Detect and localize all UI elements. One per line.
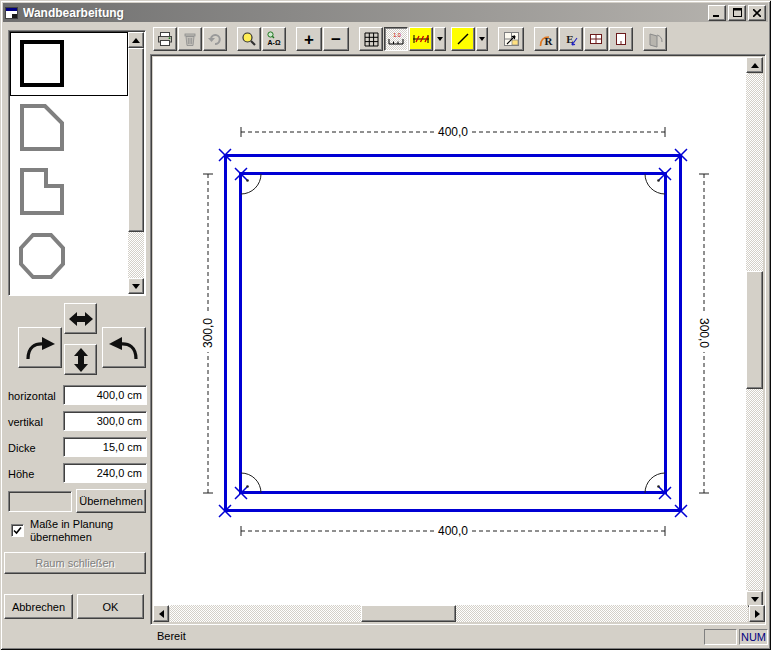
svg-text:R: R — [544, 35, 553, 47]
grid-button[interactable] — [359, 27, 383, 51]
dimension-left-label: 300,0 — [201, 314, 215, 352]
scroll-down-button[interactable] — [128, 278, 144, 294]
chevron-down-icon — [479, 37, 485, 41]
minimize-icon — [713, 9, 721, 17]
window-element-button[interactable] — [584, 27, 608, 51]
apply-dimensions-checkbox[interactable] — [11, 524, 24, 537]
dimension-display-button[interactable]: 1.0 — [384, 27, 408, 51]
dimension-style-icon — [412, 31, 430, 47]
floorplan-button[interactable] — [498, 27, 524, 51]
close-room-button-label: Raum schließen — [35, 557, 114, 569]
shape-item-octagon[interactable] — [10, 224, 128, 288]
scroll-left-button[interactable] — [153, 605, 169, 622]
dimension-style-button[interactable] — [409, 27, 433, 51]
dimension-icon: 1.0 — [387, 31, 405, 47]
scrollbar-track[interactable] — [170, 605, 748, 622]
hoehe-input[interactable] — [63, 463, 147, 483]
wall-e-button[interactable]: E — [559, 27, 583, 51]
maximize-icon — [733, 8, 742, 17]
maximize-button[interactable] — [728, 5, 746, 21]
dimension-right-label: 300,0 — [697, 314, 711, 352]
scroll-up-button[interactable] — [746, 57, 763, 73]
canvas-vertical-scrollbar[interactable] — [746, 57, 763, 607]
ok-button[interactable]: OK — [77, 594, 144, 619]
rotate-ccw-icon — [108, 335, 140, 361]
undo-button[interactable] — [203, 27, 227, 51]
flip-vertical-icon — [72, 347, 90, 373]
num-lock-indicator: NUM — [741, 631, 766, 643]
rotate-ccw-button[interactable] — [102, 327, 146, 368]
scroll-up-button[interactable] — [128, 32, 144, 48]
flip-vertical-button[interactable] — [64, 344, 97, 375]
status-panel-empty — [704, 629, 737, 645]
open-door-icon — [647, 31, 664, 48]
close-room-button[interactable]: Raum schließen — [4, 552, 146, 574]
shape-item-arch[interactable] — [10, 288, 128, 294]
plus-icon: + — [304, 31, 314, 48]
dimension-style-dropdown[interactable] — [434, 27, 446, 51]
delete-button[interactable] — [178, 27, 202, 51]
minus-icon: − — [331, 31, 341, 48]
cancel-button[interactable]: Abbrechen — [4, 594, 73, 619]
preview-box — [8, 491, 72, 512]
vertikal-label: vertikal — [8, 416, 43, 428]
flip-horizontal-button[interactable] — [64, 303, 97, 334]
app-icon — [5, 6, 19, 20]
door-element-button[interactable] — [609, 27, 633, 51]
wall-editing-window: Wandbearbeitung — [0, 0, 771, 650]
titlebar: Wandbearbeitung — [3, 3, 768, 22]
shape-item-rectangle[interactable] — [10, 32, 128, 96]
minimize-button[interactable] — [708, 5, 726, 21]
zoom-out-button[interactable]: − — [323, 27, 349, 51]
wall-r-button[interactable]: R — [534, 27, 558, 51]
horizontal-label: horizontal — [8, 390, 56, 402]
zoom-button[interactable] — [237, 27, 261, 51]
line-style-dropdown[interactable] — [476, 27, 488, 51]
svg-text:A-Ω: A-Ω — [268, 39, 281, 46]
toolbar: A-Ω + − 1.0 — [153, 27, 668, 53]
shape-item-chamfered[interactable] — [10, 96, 128, 160]
open-door-button[interactable] — [643, 27, 667, 51]
window-title: Wandbearbeitung — [23, 6, 706, 20]
shape-list-scrollbar[interactable] — [128, 32, 144, 294]
dicke-input[interactable] — [63, 437, 147, 457]
drawing-canvas[interactable]: 400,0 400,0 300,0 300,0 — [153, 57, 748, 607]
dimension-top-label: 400,0 — [434, 125, 472, 139]
statusbar: Bereit NUM — [3, 627, 768, 647]
zoom-in-button[interactable]: + — [296, 27, 322, 51]
close-icon — [753, 9, 761, 17]
horizontal-input[interactable] — [63, 385, 147, 405]
rotate-cw-button[interactable] — [18, 327, 62, 368]
trash-icon — [182, 31, 198, 47]
window-element-icon — [588, 31, 604, 47]
shape-item-l-shape[interactable] — [10, 160, 128, 224]
text-zoom-icon: A-Ω — [266, 31, 282, 47]
scrollbar-thumb[interactable] — [128, 48, 144, 232]
svg-text:1.0: 1.0 — [393, 32, 401, 38]
rectangle-shape-icon — [18, 39, 66, 89]
chevron-down-icon — [437, 37, 443, 41]
arrow-right-icon — [755, 610, 760, 618]
checkbox-label-line1: Maße in Planung — [30, 518, 113, 530]
vertikal-input[interactable] — [63, 411, 147, 431]
checkbox-label-line2: übernehmen — [30, 531, 92, 543]
scrollbar-thumb[interactable] — [361, 605, 456, 622]
status-panel-num: NUM — [739, 629, 768, 645]
apply-button[interactable]: Übernehmen — [76, 489, 146, 513]
canvas-horizontal-scrollbar[interactable] — [153, 605, 765, 622]
print-button[interactable] — [153, 27, 177, 51]
arrow-down-icon — [132, 284, 140, 289]
line-style-button[interactable] — [451, 27, 475, 51]
scrollbar-thumb[interactable] — [746, 271, 763, 389]
wall-shape-listbox — [8, 30, 146, 296]
arrow-up-icon — [751, 63, 759, 68]
floorplan-icon — [503, 31, 520, 47]
line-style-icon — [455, 31, 471, 47]
close-button[interactable] — [748, 5, 766, 21]
scroll-right-button[interactable] — [749, 605, 765, 622]
printer-icon — [157, 31, 173, 47]
octagon-shape-icon — [18, 231, 66, 281]
zoom-text-button[interactable]: A-Ω — [262, 27, 286, 51]
cancel-button-label: Abbrechen — [12, 601, 65, 613]
arrow-down-icon — [751, 597, 759, 602]
